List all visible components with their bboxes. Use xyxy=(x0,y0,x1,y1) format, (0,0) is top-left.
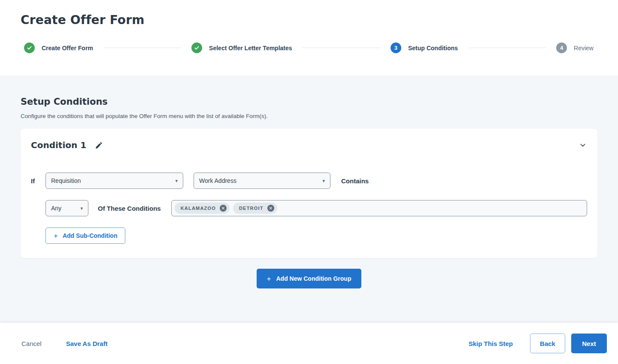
condition-field-dropdown[interactable]: Requisition ▾ xyxy=(45,173,183,189)
dropdown-value: Requisition xyxy=(51,177,81,184)
remove-tag-icon[interactable]: ✕ xyxy=(220,205,227,212)
dropdown-value: Any xyxy=(51,205,61,212)
wizard-stepper: Create Offer Form Select Offer Letter Te… xyxy=(0,42,618,53)
add-group-label: Add New Condition Group xyxy=(276,275,351,282)
caret-down-icon: ▾ xyxy=(80,206,83,211)
skip-this-step-button[interactable]: Skip This Step xyxy=(469,340,513,347)
condition-attribute-dropdown[interactable]: Work Address ▾ xyxy=(194,173,330,189)
if-label: If xyxy=(31,177,45,185)
back-button[interactable]: Back xyxy=(530,334,565,353)
next-button[interactable]: Next xyxy=(571,334,607,353)
check-icon xyxy=(191,42,202,53)
plus-icon: + xyxy=(267,275,271,282)
condition-values-input[interactable]: KALAMAZOO ✕ DETROIT ✕ xyxy=(171,200,587,216)
step-number-badge: 4 xyxy=(556,42,567,53)
match-label: Of These Conditions xyxy=(98,205,161,212)
tag-label: DETROIT xyxy=(239,206,264,211)
step-label: Setup Conditions xyxy=(408,45,458,52)
condition-values-row: Any ▾ Of These Conditions KALAMAZOO ✕ DE… xyxy=(31,200,587,216)
step-connector xyxy=(103,48,181,48)
page-header: Create Offer Form Create Offer Form Sele… xyxy=(0,0,618,75)
value-tag: DETROIT ✕ xyxy=(233,203,277,214)
value-tag: KALAMAZOO ✕ xyxy=(175,203,230,214)
condition-group-card: Condition 1 If Requisition ▾ Work A xyxy=(21,129,597,258)
step-review: 4 Review xyxy=(556,42,594,53)
add-sub-condition-label: Add Sub-Condition xyxy=(63,232,118,239)
page-title: Create Offer Form xyxy=(0,13,618,27)
chevron-down-icon xyxy=(579,142,586,149)
save-as-draft-button[interactable]: Save As Draft xyxy=(66,340,108,347)
add-new-condition-group-button[interactable]: + Add New Condition Group xyxy=(257,269,362,288)
caret-down-icon: ▾ xyxy=(322,178,325,184)
collapse-condition-button[interactable] xyxy=(579,141,587,149)
section-description: Configure the conditions that will popul… xyxy=(21,113,597,119)
step-select-offer-letter-templates[interactable]: Select Offer Letter Templates xyxy=(191,42,292,53)
tag-label: KALAMAZOO xyxy=(181,206,216,211)
operator-label: Contains xyxy=(341,177,369,185)
step-number-badge: 3 xyxy=(391,42,401,53)
condition-card-header: Condition 1 xyxy=(31,140,587,150)
step-connector xyxy=(468,48,546,48)
cancel-button[interactable]: Cancel xyxy=(21,340,42,347)
remove-tag-icon[interactable]: ✕ xyxy=(267,205,274,212)
step-create-offer-form[interactable]: Create Offer Form xyxy=(24,42,93,53)
step-setup-conditions: 3 Setup Conditions xyxy=(391,42,458,53)
wizard-footer: Cancel Save As Draft Skip This Step Back… xyxy=(0,323,618,364)
pencil-icon xyxy=(95,141,103,149)
setup-conditions-section: Setup Conditions Configure the condition… xyxy=(0,75,618,288)
match-type-dropdown[interactable]: Any ▾ xyxy=(45,200,88,216)
edit-condition-button[interactable] xyxy=(94,140,104,150)
add-sub-condition-button[interactable]: + Add Sub-Condition xyxy=(45,228,125,244)
condition-title: Condition 1 xyxy=(31,140,86,150)
step-connector xyxy=(303,48,380,48)
dropdown-value: Work Address xyxy=(199,177,236,184)
check-icon xyxy=(24,42,35,53)
condition-rule-row: If Requisition ▾ Work Address ▾ Contains xyxy=(31,173,587,189)
step-label: Review xyxy=(574,45,594,52)
step-label: Create Offer Form xyxy=(42,45,93,52)
caret-down-icon: ▾ xyxy=(175,178,178,184)
section-heading: Setup Conditions xyxy=(21,97,597,107)
plus-icon: + xyxy=(54,232,58,240)
step-label: Select Offer Letter Templates xyxy=(209,45,292,52)
